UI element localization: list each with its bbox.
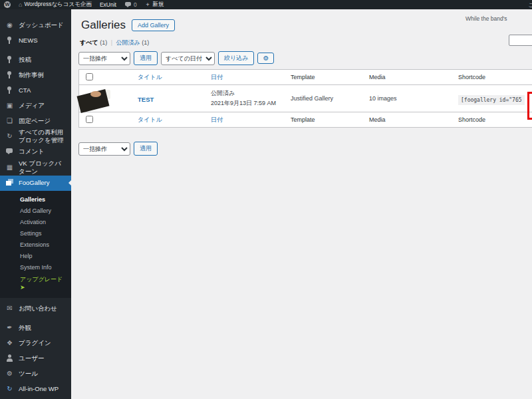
galleries-table: タイトル 日付 Template Media Shortcode TEST 公開…	[78, 69, 532, 128]
reusable-blocks-icon: ↻	[5, 132, 14, 140]
pin-icon	[5, 71, 14, 79]
column-title-sort-bottom[interactable]: タイトル	[138, 116, 211, 124]
new-label: 新規	[152, 1, 164, 9]
sidebar-item-all-in-one-wp[interactable]: ↻ All-in-One WP	[0, 382, 71, 397]
select-all-checkbox[interactable]	[86, 73, 93, 80]
table-row: TEST 公開済み 2021年9月13日 7:59 AM Justified G…	[79, 85, 532, 112]
column-shortcode: Shortcode	[444, 74, 532, 80]
select-all-checkbox-bottom[interactable]	[86, 116, 93, 123]
user-icon	[5, 354, 14, 362]
appearance-icon: ✒	[5, 324, 14, 332]
submenu-galleries[interactable]: Galleries	[0, 194, 71, 205]
submenu-system-info[interactable]: System Info	[0, 262, 71, 273]
sidebar-item-works[interactable]: 制作事例	[0, 67, 71, 82]
exunit-label: ExUnit	[100, 1, 116, 8]
new-content-menu[interactable]: ＋ 新規	[141, 0, 168, 9]
column-shortcode-bottom: Shortcode	[444, 116, 532, 123]
bottom-toolbar: 一括操作 適用	[78, 142, 158, 156]
pin-icon	[5, 56, 14, 64]
dashboard-icon: ◉	[5, 21, 14, 29]
admin-bar-right-partial-text: こ	[528, 1, 532, 9]
comments-icon	[5, 148, 14, 156]
row-status: 公開済み	[211, 89, 291, 98]
row-shortcode[interactable]: [foogallery id="765	[458, 95, 525, 105]
column-media-bottom: Media	[369, 116, 444, 123]
filter-published-count: (1)	[142, 39, 149, 46]
sidebar-item-news[interactable]: NEWS	[0, 33, 71, 48]
sidebar-item-pages[interactable]: ❏ 固定ページ	[0, 113, 71, 128]
submenu-extensions[interactable]: Extensions	[0, 239, 71, 251]
gear-icon: ⚙	[263, 55, 269, 62]
status-filters: すべて (1) | 公開済み (1)	[80, 39, 149, 47]
notice-text: While the band's	[466, 15, 507, 22]
add-gallery-button[interactable]: Add Gallery	[132, 19, 175, 31]
apply-button[interactable]: 適用	[134, 51, 158, 65]
search-input[interactable]	[509, 35, 532, 46]
wordpress-logo-menu[interactable]: W	[0, 0, 15, 9]
bulk-action-select[interactable]: 一括操作	[78, 52, 130, 65]
site-name-label: Wordpressならコスモ企画	[24, 1, 91, 9]
comments-menu[interactable]: 0	[120, 0, 141, 9]
home-icon: ⌂	[19, 1, 22, 8]
page-title: Galleries	[81, 19, 126, 32]
sidebar-item-plugins[interactable]: ❖ プラグイン	[0, 336, 71, 351]
apply-button-bottom[interactable]: 適用	[134, 142, 158, 156]
main-content: While the band's Galleries Add Gallery す…	[71, 9, 532, 399]
column-date-sort-bottom[interactable]: 日付	[211, 116, 291, 124]
sidebar-item-foogallery[interactable]: FooGallery	[0, 176, 71, 191]
sidebar-item-users[interactable]: ユーザー	[0, 351, 71, 366]
submenu-help[interactable]: Help	[0, 251, 71, 262]
submenu-settings[interactable]: Settings	[0, 228, 71, 239]
plus-icon: ＋	[145, 1, 151, 9]
sidebar-item-reusable-blocks[interactable]: ↻ すべての再利用ブロックを管理	[0, 128, 71, 144]
sidebar-item-appearance[interactable]: ✒ 外観	[0, 321, 71, 336]
comments-count: 0	[134, 1, 137, 8]
submenu-activation[interactable]: Activation	[0, 217, 71, 228]
gallery-icon	[5, 179, 14, 187]
mail-icon: ✉	[5, 305, 14, 313]
pages-icon: ❏	[5, 117, 14, 125]
plugin-icon: ❖	[5, 339, 14, 347]
sidebar-item-contact[interactable]: ✉ お問い合わせ	[0, 301, 71, 317]
wordpress-logo-icon: W	[4, 1, 11, 8]
sidebar-item-cta[interactable]: CTA	[0, 82, 71, 98]
sidebar-item-vk-block-patterns[interactable]: ▦ VK ブロックパターン	[0, 160, 71, 176]
foogallery-submenu: Galleries Add Gallery Activation Setting…	[0, 191, 71, 298]
column-template: Template	[291, 74, 369, 80]
row-date: 2021年9月13日 7:59 AM	[211, 99, 291, 108]
sidebar-item-comments[interactable]: コメント	[0, 144, 71, 160]
site-name-menu[interactable]: ⌂ Wordpressならコスモ企画	[15, 0, 96, 9]
filter-published-link[interactable]: 公開済み	[116, 39, 140, 46]
migration-icon: ↻	[5, 385, 14, 393]
pin-icon	[5, 86, 14, 94]
top-toolbar: 一括操作 適用 すべての日付 絞り込み ⚙	[78, 51, 274, 65]
sidebar-item-posts[interactable]: 投稿	[0, 52, 71, 67]
submenu-add-gallery[interactable]: Add Gallery	[0, 205, 71, 217]
sidebar-item-dashboard[interactable]: ◉ ダッシュボード	[0, 17, 71, 33]
admin-bar: W ⌂ Wordpressならコスモ企画 ExUnit 0 ＋ 新規 こ	[0, 0, 532, 9]
submenu-upgrade[interactable]: アップグレード ➤	[0, 273, 71, 293]
table-footer-row: タイトル 日付 Template Media Shortcode	[79, 112, 532, 127]
pin-icon	[5, 37, 14, 45]
column-date-sort[interactable]: 日付	[211, 73, 291, 82]
column-media: Media	[369, 74, 444, 80]
sidebar-item-media[interactable]: ▣ メディア	[0, 98, 71, 113]
filter-all-count: (1)	[100, 39, 107, 46]
tools-icon: ⚙	[5, 370, 14, 378]
screen-options-button[interactable]: ⚙	[257, 53, 274, 64]
bulk-action-select-bottom[interactable]: 一括操作	[78, 142, 130, 156]
column-title-sort[interactable]: タイトル	[138, 73, 211, 82]
sidebar-item-tools[interactable]: ⚙ ツール	[0, 366, 71, 382]
grid-icon: ▦	[5, 164, 14, 172]
media-icon: ▣	[5, 102, 14, 110]
filter-button[interactable]: 絞り込み	[218, 51, 254, 65]
gallery-title-link[interactable]: TEST	[138, 96, 154, 103]
table-header-row: タイトル 日付 Template Media Shortcode	[79, 70, 532, 85]
column-template-bottom: Template	[291, 116, 369, 123]
date-filter-select[interactable]: すべての日付	[161, 52, 215, 65]
comment-bubble-icon	[124, 1, 132, 8]
filter-all-link[interactable]: すべて	[80, 39, 98, 46]
exunit-menu[interactable]: ExUnit	[96, 0, 120, 9]
filter-separator: |	[111, 39, 112, 46]
row-template: Justified Gallery	[291, 95, 369, 102]
